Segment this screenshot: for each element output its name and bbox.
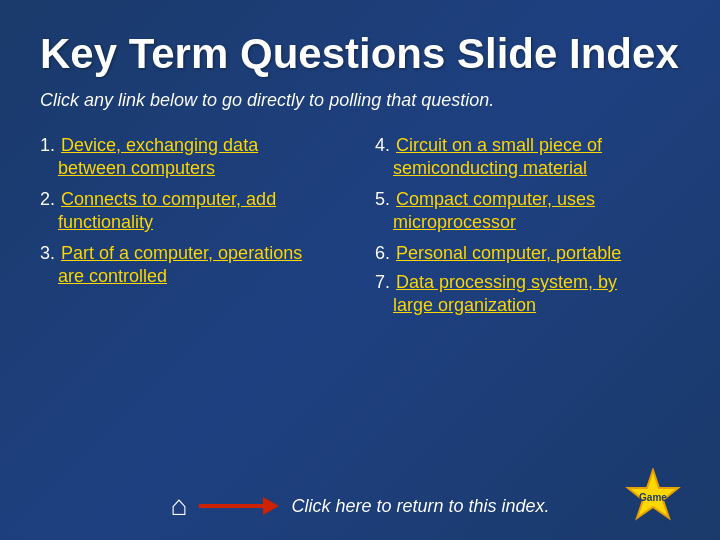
slide-container: Key Term Questions Slide Index Click any… [0, 0, 720, 540]
link-7-line2[interactable]: large organization [393, 295, 536, 315]
slide-subtitle: Click any link below to go directly to p… [40, 90, 680, 111]
link-3-line1[interactable]: Part of a computer, operations [61, 243, 302, 264]
link-1-line1[interactable]: Device, exchanging data [61, 135, 258, 156]
left-column: 1. Device, exchanging data between compu… [40, 135, 345, 326]
link-3-line2[interactable]: are controlled [58, 266, 167, 286]
game-star-icon: Game [624, 468, 682, 526]
link-number-5: 5. [375, 189, 390, 210]
link-2-line1[interactable]: Connects to computer, add [61, 189, 276, 210]
link-item-6: 6. Personal computer, portable [375, 243, 680, 264]
link-5-line2[interactable]: microprocessor [393, 212, 516, 232]
link-item-5: 5. Compact computer, uses microprocessor [375, 189, 680, 233]
link-7-line1[interactable]: Data processing system, by [396, 272, 617, 293]
game-label: Game [639, 492, 667, 503]
link-number-3: 3. [40, 243, 55, 264]
link-item-7: 7. Data processing system, by large orga… [375, 272, 680, 316]
link-number-1: 1. [40, 135, 55, 156]
link-number-2: 2. [40, 189, 55, 210]
slide-title: Key Term Questions Slide Index [40, 30, 680, 78]
link-item-1: 1. Device, exchanging data between compu… [40, 135, 345, 179]
link-4-line2[interactable]: semiconducting material [393, 158, 587, 178]
links-grid: 1. Device, exchanging data between compu… [40, 135, 680, 326]
link-item-4: 4. Circuit on a small piece of semicondu… [375, 135, 680, 179]
link-5-line1[interactable]: Compact computer, uses [396, 189, 595, 210]
link-item-3: 3. Part of a computer, operations are co… [40, 243, 345, 287]
link-1-line2[interactable]: between computers [58, 158, 215, 178]
link-2-line2[interactable]: functionality [58, 212, 153, 232]
link-4-line1[interactable]: Circuit on a small piece of [396, 135, 602, 156]
link-number-7: 7. [375, 272, 390, 293]
right-column: 4. Circuit on a small piece of semicondu… [375, 135, 680, 326]
link-number-4: 4. [375, 135, 390, 156]
link-number-6: 6. [375, 243, 390, 264]
footer-text[interactable]: Click here to return to this index. [291, 496, 549, 517]
game-badge-container: Game [624, 468, 682, 530]
link-6-line1[interactable]: Personal computer, portable [396, 243, 621, 264]
home-icon[interactable]: ⌂ [170, 490, 187, 522]
arrow-right-icon [199, 497, 279, 515]
footer: ⌂ Click here to return to this index. [40, 490, 680, 522]
link-item-2: 2. Connects to computer, add functionali… [40, 189, 345, 233]
